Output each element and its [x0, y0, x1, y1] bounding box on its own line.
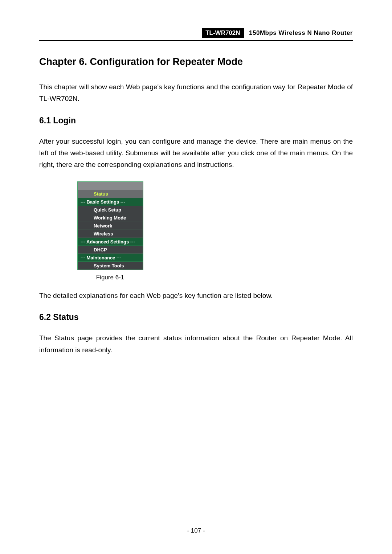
menu-item-dhcp: DHCP: [77, 246, 143, 254]
menu-item-system-tools: System Tools: [77, 262, 143, 270]
menu-section-advanced: --- Advanced Settings ---: [77, 238, 143, 246]
menu-item-quick-setup: Quick Setup: [77, 206, 143, 214]
nav-menu: Status --- Basic Settings --- Quick Setu…: [77, 181, 143, 270]
section-login-title: 6.1 Login: [39, 116, 353, 126]
figure-caption: Figure 6-1: [77, 274, 143, 281]
page-container: TL-WR702N 150Mbps Wireless N Nano Router…: [0, 0, 392, 554]
menu-section-basic: --- Basic Settings ---: [77, 198, 143, 206]
document-header: TL-WR702N 150Mbps Wireless N Nano Router: [39, 28, 353, 41]
section-login-text: After your successful login, you can con…: [39, 136, 353, 171]
menu-item-network: Network: [77, 222, 143, 230]
chapter-intro: This chapter will show each Web page's k…: [39, 81, 353, 105]
menu-item-working-mode: Working Mode: [77, 214, 143, 222]
chapter-title: Chapter 6. Configuration for Repeater Mo…: [39, 56, 353, 67]
menu-blank-row: [77, 182, 143, 190]
nav-menu-figure: Status --- Basic Settings --- Quick Setu…: [77, 181, 143, 270]
menu-item-status: Status: [77, 190, 143, 198]
section-status-title: 6.2 Status: [39, 312, 353, 322]
menu-item-wireless: Wireless: [77, 230, 143, 238]
menu-section-maintenance: --- Maintenance ---: [77, 254, 143, 262]
section-login-after-figure: The detailed explanations for each Web p…: [39, 290, 353, 301]
model-badge: TL-WR702N: [202, 28, 244, 38]
page-number: - 107 -: [0, 527, 392, 534]
section-status-text: The Status page provides the current sta…: [39, 332, 353, 356]
model-description: 150Mbps Wireless N Nano Router: [245, 29, 353, 36]
